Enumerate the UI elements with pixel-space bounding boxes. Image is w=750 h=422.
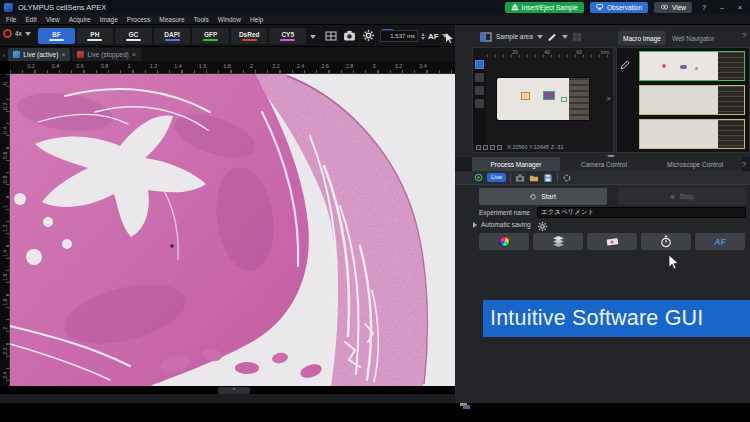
tab-process-manager[interactable]: Process Manager xyxy=(472,157,560,171)
histology-specimen-image xyxy=(10,74,455,386)
h-ruler-label: 2.6 xyxy=(321,63,329,69)
snapshot-icon[interactable] xyxy=(515,173,525,183)
autofocus-button[interactable]: AF xyxy=(695,233,745,250)
roi-rect-green[interactable] xyxy=(561,97,567,102)
macro-slide-thumbnail-1[interactable] xyxy=(639,51,745,81)
eye-icon xyxy=(660,3,669,11)
tab-live-active[interactable]: Live (active) × xyxy=(8,48,70,61)
channel-bf[interactable]: BF xyxy=(38,28,75,44)
brush-chevron-icon[interactable] xyxy=(562,35,568,39)
stage-toggle-1[interactable] xyxy=(476,145,481,150)
window-help-button[interactable]: ? xyxy=(698,2,710,13)
menu-process[interactable]: Process xyxy=(127,16,150,23)
stage-tool-marker-icon[interactable] xyxy=(475,99,484,108)
snapshot-camera-icon[interactable] xyxy=(343,29,356,42)
viewport-collapse-button[interactable]: ^ xyxy=(218,387,250,394)
eject-icon xyxy=(511,3,519,11)
h-ruler-label: 1 xyxy=(127,63,130,69)
brush-icon[interactable] xyxy=(547,31,558,42)
menu-edit[interactable]: Edit xyxy=(25,16,36,23)
menu-help[interactable]: Help xyxy=(250,16,263,23)
pointer-tool-button[interactable] xyxy=(444,30,455,48)
control-help-button[interactable]: ? xyxy=(742,161,746,168)
channel-dsred[interactable]: DsRed xyxy=(231,28,268,44)
window-close-button[interactable]: × xyxy=(734,2,746,13)
macro-help-button[interactable]: ? xyxy=(742,32,746,39)
menu-measure[interactable]: Measure xyxy=(159,16,184,23)
tab-camera-control[interactable]: Camera Control xyxy=(560,157,648,171)
window-minimize-button[interactable]: – xyxy=(716,2,728,13)
menu-image[interactable]: Image xyxy=(100,16,118,23)
tab-scroll-left-icon[interactable]: ‹ xyxy=(3,52,5,59)
slide-cap xyxy=(718,86,744,114)
channel-label: BF xyxy=(52,31,61,38)
title-bar: OLYMPUS cellSens APEX Insert/Eject Sampl… xyxy=(0,0,750,14)
color-wheel-icon xyxy=(499,236,510,247)
stage-tool-strip xyxy=(473,58,486,146)
channel-ph[interactable]: PH xyxy=(77,28,114,44)
stage-positions-button[interactable] xyxy=(587,233,637,250)
observation-button[interactable]: Observation xyxy=(590,2,648,13)
stage-navigator-panel: 20 40 60 mm > xyxy=(472,47,614,153)
menu-window[interactable]: Window xyxy=(218,16,241,23)
save-disk-icon[interactable] xyxy=(543,173,553,183)
menu-file[interactable]: File xyxy=(6,16,16,23)
stage-tool-image-icon[interactable] xyxy=(475,73,484,82)
roi-rect-selected[interactable] xyxy=(543,91,555,100)
time-lapse-button[interactable] xyxy=(641,233,691,250)
stage-ruler: 20 40 60 mm xyxy=(487,48,609,57)
tab-microscope-control[interactable]: Microscope Control xyxy=(648,157,742,171)
experiment-name-input[interactable] xyxy=(537,207,746,218)
tab-well-navigator[interactable]: Well Navigator xyxy=(667,31,719,45)
tab-macro-image[interactable]: Macro Image xyxy=(618,31,666,45)
exposure-stepper[interactable] xyxy=(421,33,425,40)
annotate-pencil-icon[interactable] xyxy=(620,56,631,74)
live-image-viewport[interactable] xyxy=(10,74,455,386)
objective-label: 4x xyxy=(15,30,22,37)
objective-selector[interactable]: 4x xyxy=(3,29,31,38)
sample-area-label: Sample area xyxy=(496,33,533,40)
layout-grid-icon[interactable] xyxy=(324,29,337,42)
stage-expand-chevron[interactable]: > xyxy=(606,94,611,103)
folder-open-icon[interactable] xyxy=(529,173,539,183)
settings-gear-icon[interactable] xyxy=(362,29,375,42)
stage-toggle-4[interactable] xyxy=(497,145,502,150)
view-button[interactable]: View xyxy=(654,2,692,13)
tab-close-icon[interactable]: × xyxy=(132,51,136,58)
slide-overview-image[interactable] xyxy=(497,78,589,120)
channel-gfp[interactable]: GFP xyxy=(192,28,229,44)
roi-rect-orange[interactable] xyxy=(521,92,530,100)
channel-dapi[interactable]: DAPI xyxy=(154,28,191,44)
stage-toggle-3[interactable] xyxy=(490,145,495,150)
grid-overlay-icon[interactable] xyxy=(572,32,582,42)
insert-eject-sample-button[interactable]: Insert/Eject Sample xyxy=(505,2,584,13)
stop-button[interactable]: ■ Stop xyxy=(618,188,746,205)
h-ruler-label: 3.2 xyxy=(395,63,403,69)
tab-label: Live (stopped) xyxy=(87,51,128,58)
menu-tools[interactable]: Tools xyxy=(194,16,209,23)
stage-toggle-2[interactable] xyxy=(483,145,488,150)
stage-tool-layers-icon[interactable] xyxy=(475,86,484,95)
macro-slide-thumbnail-2[interactable] xyxy=(639,85,745,115)
sample-area-chevron-icon[interactable] xyxy=(537,35,543,39)
stopwatch-icon xyxy=(660,235,672,248)
multichannel-button[interactable] xyxy=(479,233,529,250)
tab-live-stopped[interactable]: Live (stopped) × xyxy=(72,48,140,61)
menu-acquire[interactable]: Acquire xyxy=(69,16,91,23)
z-stack-button[interactable] xyxy=(533,233,583,250)
channel-gc[interactable]: GC xyxy=(115,28,152,44)
tab-close-icon[interactable]: × xyxy=(61,51,65,58)
autofocus-label[interactable]: AF xyxy=(428,32,439,41)
split-view-icon[interactable] xyxy=(480,31,492,43)
menu-view[interactable]: View xyxy=(46,16,60,23)
exposure-time-input[interactable]: 1.537 ms xyxy=(380,30,418,42)
process-settings-icon[interactable] xyxy=(562,173,572,183)
tab-label: Live (active) xyxy=(23,51,58,58)
channels-overflow-chevron-icon[interactable] xyxy=(310,35,316,39)
start-button[interactable]: ◇ Start xyxy=(479,188,607,205)
macro-slide-thumbnail-3[interactable] xyxy=(639,119,745,149)
stage-tool-navigate-icon[interactable] xyxy=(475,60,484,69)
channel-cy5[interactable]: CY5 xyxy=(269,28,306,44)
expander-triangle-icon[interactable] xyxy=(473,222,477,228)
live-mode-chip[interactable]: Live xyxy=(487,173,506,182)
